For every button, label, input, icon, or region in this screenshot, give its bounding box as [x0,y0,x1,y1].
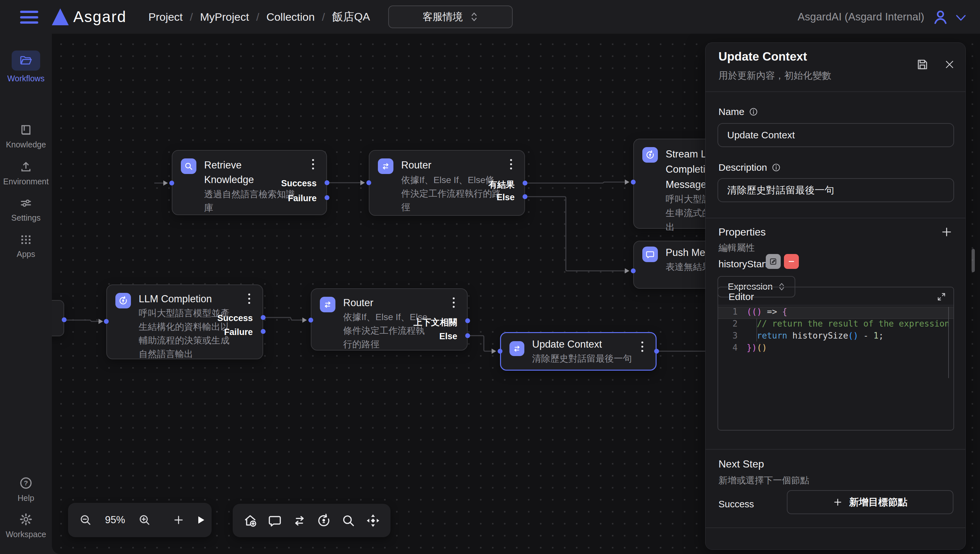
node-description: 清除歷史對話留最後一句 [532,352,632,365]
apps-grid-icon [19,232,33,246]
editor-scrollbar[interactable] [948,307,949,378]
account-chevron-down-icon[interactable] [955,14,967,22]
next-step-port-label: Success [719,499,754,509]
menu-icon[interactable] [20,11,38,24]
expand-icon[interactable] [937,292,946,302]
scrollbar-thumb[interactable] [972,249,975,272]
add-target-label: 新增目標節點 [849,496,907,509]
message-node-icon[interactable] [266,511,284,530]
edit-property-button[interactable] [766,254,781,269]
breadcrumb-current[interactable]: 飯店QA [332,10,370,24]
node-menu-icon[interactable] [506,159,516,169]
add-target-node-button[interactable]: 新增目標節點 [787,490,953,514]
description-label: Description [719,162,781,173]
panel-subtitle: 用於更新內容，初始化變數 [719,69,831,82]
llm-cycle-icon [115,293,131,309]
app-title: Asgard [73,8,126,25]
node-title: Stream LCompletiMessage [666,146,706,192]
book-icon [19,123,33,137]
node-menu-icon[interactable] [637,341,647,352]
node-router-top[interactable]: Router 依據If、Else If、Else條件決定工作流程執行的路徑 有結… [369,150,525,216]
properties-title: Properties [719,226,766,238]
sidebar-item-help[interactable]: ? Help [0,476,52,503]
node-menu-icon[interactable] [244,293,254,304]
node-partial-left[interactable] [52,300,64,336]
info-icon [771,163,781,172]
node-title: LLM Completion [139,291,212,306]
code-area[interactable]: 1(() => { 2 // return the result of the … [718,306,953,430]
code-line: 3 return historySize() - 1; [718,331,953,343]
panel-title: Update Context [719,50,807,64]
output-port-label: Else [439,331,457,341]
next-step-subtitle: 新增或選擇下一個節點 [719,474,809,487]
router-arrows-icon [320,297,335,312]
properties-panel: Update Context 用於更新內容，初始化變數 Name Descrip… [705,43,966,550]
help-icon: ? [19,476,33,490]
sidebar-label: Workflows [8,74,45,83]
name-input[interactable] [717,123,954,147]
sliders-icon [19,196,33,210]
node-menu-icon[interactable] [308,159,318,169]
router-node-icon[interactable] [290,511,309,530]
breadcrumb: Project/ MyProject/ Collection/ 飯店QA [148,0,370,34]
breadcrumb-myproject[interactable]: MyProject [200,11,249,23]
save-icon[interactable] [916,58,929,71]
svg-text:?: ? [24,479,28,487]
context-node-icon[interactable] [364,511,382,530]
next-step-title: Next Step [719,458,764,470]
sidebar-item-knowledge[interactable]: Knowledge [0,123,52,150]
sidebar-item-settings[interactable]: Settings [0,196,52,223]
sidebar: Workflows Knowledge Environment Settings… [0,34,52,554]
sidebar-item-environment[interactable]: Environment [0,160,52,186]
node-llm-completion[interactable]: LLM Completion 呼叫大型語言模型並產生結構化的資料輸出以輔助流程的… [106,285,263,359]
node-update-context[interactable]: Update Context 清除歷史對話留最後一句 [500,332,657,371]
close-icon[interactable] [944,59,955,70]
node-description: 呼叫大型語言模型並產生結構化的資料輸出以輔助流程的決策或生成自然語言輸出 [139,306,229,361]
output-port-label: Failure [224,327,253,337]
search-icon [181,158,196,174]
user-avatar-icon[interactable] [932,8,949,25]
top-bar: Asgard Project/ MyProject/ Collection/ 飯… [0,0,980,34]
plus-icon [833,497,843,507]
router-arrows-icon [510,341,524,356]
sidebar-item-apps[interactable]: Apps [0,232,52,259]
sidebar-label: Knowledge [6,140,46,150]
sidebar-label: Help [18,494,34,503]
node-title: Update Context [532,337,602,352]
node-retrieve-knowledge[interactable]: RetrieveKnowledge 透過自然語言檢索知識庫 Success Fa… [172,150,327,215]
node-menu-icon[interactable] [449,298,459,308]
breadcrumb-project[interactable]: Project [148,11,183,23]
asgard-logo-icon [52,8,69,25]
account-name: AsgardAI (Asgard Internal) [798,0,924,34]
add-trigger-icon[interactable] [241,511,259,530]
code-line: 4})() [718,343,953,355]
workspace-selector[interactable]: 客服情境 [388,5,513,28]
workspace-selector-value: 客服情境 [422,10,463,24]
sidebar-label: Workspace [6,530,46,539]
output-port-label: Success [281,178,317,189]
output-port-label: 有結果 [488,179,515,191]
llm-cycle-icon [642,147,658,162]
remove-property-button[interactable] [784,254,799,269]
sidebar-label: Settings [11,213,40,223]
description-input[interactable] [717,178,954,202]
node-router-bottom[interactable]: Router 依據If、Else If、Else條件決定工作流程執行的路徑 上下… [311,288,468,350]
retrieve-node-icon[interactable] [339,511,357,530]
sidebar-item-workspace[interactable]: Workspace [0,512,52,539]
node-title: RetrieveKnowledge [204,158,254,187]
run-workflow-icon[interactable] [195,511,206,529]
router-arrows-icon [378,158,394,174]
sidebar-item-workflows[interactable]: Workflows [0,51,52,83]
output-port-label: Else [497,193,515,202]
add-node-icon[interactable] [173,511,184,529]
llm-node-icon[interactable] [315,511,333,530]
zoom-out-icon[interactable] [79,511,92,529]
node-palette-toolbar [233,504,390,537]
expression-editor: Editor 1(() => { 2 // return the result … [717,287,954,431]
zoom-in-icon[interactable] [138,511,151,529]
upload-icon [19,160,33,174]
node-description: 呼叫大型語生串流式的出 [666,192,711,234]
add-property-icon[interactable] [941,226,953,238]
output-port-label: 上下文相關 [414,317,457,328]
breadcrumb-collection[interactable]: Collection [266,11,315,23]
